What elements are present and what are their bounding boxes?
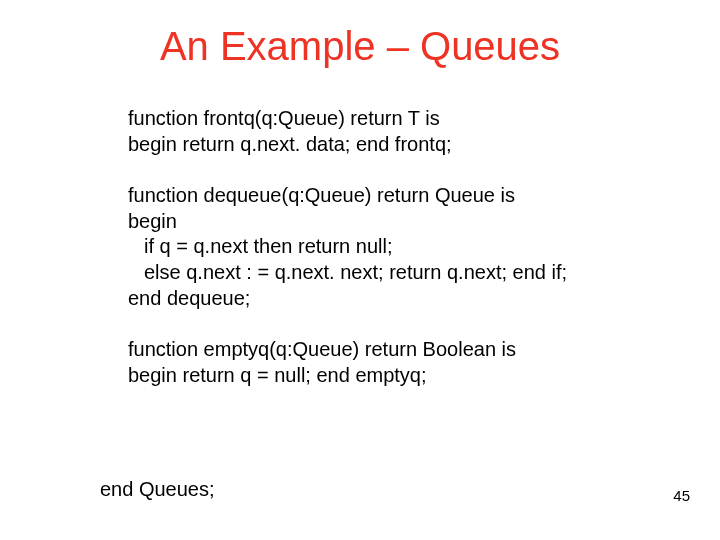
code-line: begin return q = null; end emptyq; <box>128 363 668 389</box>
page-number: 45 <box>673 487 690 504</box>
code-block-dequeue: function dequeue(q:Queue) return Queue i… <box>128 183 668 311</box>
code-line: begin <box>128 209 668 235</box>
slide: An Example – Queues function frontq(q:Qu… <box>0 0 720 540</box>
code-line: if q = q.next then return null; <box>128 234 668 260</box>
slide-body: function frontq(q:Queue) return T is beg… <box>128 106 668 414</box>
code-line: else q.next : = q.next. next; return q.n… <box>128 260 668 286</box>
code-line: end dequeue; <box>128 286 668 312</box>
code-line-end: end Queues; <box>100 478 215 501</box>
code-line: function frontq(q:Queue) return T is <box>128 106 668 132</box>
code-block-emptyq: function emptyq(q:Queue) return Boolean … <box>128 337 668 388</box>
code-line: function dequeue(q:Queue) return Queue i… <box>128 183 668 209</box>
code-line: function emptyq(q:Queue) return Boolean … <box>128 337 668 363</box>
code-line: begin return q.next. data; end frontq; <box>128 132 668 158</box>
slide-title: An Example – Queues <box>0 24 720 69</box>
code-block-frontq: function frontq(q:Queue) return T is beg… <box>128 106 668 157</box>
